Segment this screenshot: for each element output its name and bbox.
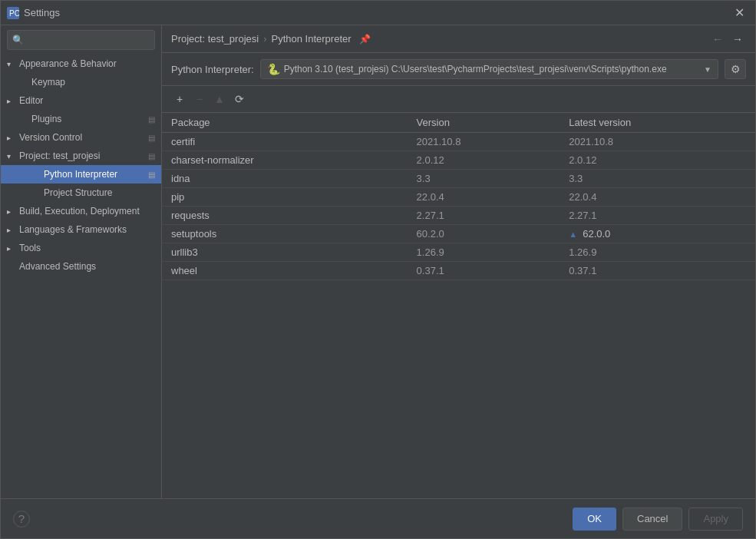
sidebar-item-editor[interactable]: ▸ Editor (1, 91, 161, 110)
plugins-icon: ▤ (148, 115, 155, 124)
package-version-cell: 3.3 (408, 170, 560, 188)
close-button[interactable]: ✕ (730, 5, 749, 21)
package-version-cell: 1.26.9 (408, 243, 560, 262)
nav-arrows: ← → (709, 31, 746, 47)
interpreter-settings-button[interactable]: ⚙ (725, 59, 746, 79)
package-version-cell: 60.2.0 (408, 225, 560, 243)
sidebar-item-label: Project Structure (44, 187, 112, 198)
packages-data-table: Package Version Latest version certifi20… (162, 113, 755, 280)
up-package-button[interactable]: ▲ (211, 91, 228, 107)
table-header-row: Package Version Latest version (162, 113, 755, 133)
package-latest-cell: ▲ 62.0.0 (560, 225, 755, 243)
expand-arrow-vc: ▸ (7, 134, 16, 142)
sidebar-item-python-interpreter[interactable]: Python Interpreter ▤ (1, 165, 161, 184)
interpreter-nav-icon: ▤ (148, 170, 155, 179)
python-icon: 🐍 (267, 63, 279, 75)
nav-forward-button[interactable]: → (729, 31, 746, 47)
sidebar-item-label: Editor (19, 95, 43, 106)
sidebar-item-label: Languages & Frameworks (19, 224, 127, 235)
sidebar-item-advanced-settings[interactable]: Advanced Settings (1, 257, 161, 276)
packages-toolbar: + − ▲ ⟳ (162, 86, 755, 113)
breadcrumb-bar: Project: test_projesi › Python Interpret… (162, 25, 755, 53)
expand-arrow-build: ▸ (7, 207, 16, 216)
apply-button[interactable]: Apply (688, 508, 743, 531)
cancel-button[interactable]: Cancel (622, 508, 682, 531)
vc-icon: ▤ (148, 134, 155, 142)
search-icon: 🔍 (12, 35, 24, 45)
sidebar-item-label: Build, Execution, Deployment (19, 206, 140, 217)
package-version-cell: 2.27.1 (408, 207, 560, 225)
sidebar-item-label: Tools (19, 243, 41, 253)
package-version-cell: 0.37.1 (408, 262, 560, 280)
project-icon: ▤ (148, 152, 155, 160)
nav-back-button[interactable]: ← (709, 31, 726, 47)
ok-button[interactable]: OK (573, 508, 616, 531)
package-latest-cell: 2021.10.8 (560, 133, 755, 151)
sidebar-item-label: Version Control (19, 132, 82, 143)
expand-arrow-lang: ▸ (7, 226, 16, 234)
sidebar-item-build-execution[interactable]: ▸ Build, Execution, Deployment (1, 202, 161, 220)
main-content: 🔍 ▾ Appearance & Behavior Keymap ▸ Edito… (1, 25, 755, 498)
sidebar-item-keymap[interactable]: Keymap (1, 73, 161, 91)
dropdown-arrow-icon: ▼ (704, 65, 711, 74)
sidebar-item-appearance-behavior[interactable]: ▾ Appearance & Behavior (1, 55, 161, 73)
upgrade-arrow-icon: ▲ (569, 230, 579, 239)
sidebar-item-tools[interactable]: ▸ Tools (1, 239, 161, 257)
expand-arrow-editor: ▸ (7, 97, 16, 105)
table-row[interactable]: requests2.27.12.27.1 (162, 207, 755, 225)
package-latest-cell: 22.0.4 (560, 188, 755, 207)
interpreter-label: Python Interpreter: (171, 64, 254, 75)
package-name-cell: wheel (162, 262, 408, 280)
sidebar-item-plugins[interactable]: Plugins ▤ (1, 110, 161, 128)
package-version-cell: 2021.10.8 (408, 133, 560, 151)
sidebar-item-label: Python Interpreter (44, 169, 117, 180)
sidebar-item-label: Plugins (31, 114, 61, 124)
package-version-cell: 22.0.4 (408, 188, 560, 207)
package-latest-cell: 2.27.1 (560, 207, 755, 225)
app-icon: PC (7, 7, 19, 19)
package-latest-cell: 0.37.1 (560, 262, 755, 280)
table-row[interactable]: certifi2021.10.82021.10.8 (162, 133, 755, 151)
package-name-cell: pip (162, 188, 408, 207)
sidebar-item-version-control[interactable]: ▸ Version Control ▤ (1, 128, 161, 147)
sidebar-item-languages-frameworks[interactable]: ▸ Languages & Frameworks (1, 220, 161, 239)
right-panel: Project: test_projesi › Python Interpret… (162, 25, 755, 498)
interpreter-dropdown-text: Python 3.10 (test_projesi) C:\Users\test… (284, 64, 701, 74)
sidebar-item-project[interactable]: ▾ Project: test_projesi ▤ (1, 147, 161, 165)
bottom-bar: ? OK Cancel Apply (1, 498, 755, 538)
svg-text:PC: PC (9, 9, 19, 18)
table-row[interactable]: idna3.33.3 (162, 170, 755, 188)
sidebar: 🔍 ▾ Appearance & Behavior Keymap ▸ Edito… (1, 25, 162, 498)
table-row[interactable]: pip22.0.422.0.4 (162, 188, 755, 207)
package-latest-cell: 1.26.9 (560, 243, 755, 262)
breadcrumb-separator: › (263, 33, 266, 45)
interpreter-dropdown[interactable]: 🐍 Python 3.10 (test_projesi) C:\Users\te… (260, 59, 718, 79)
remove-package-button[interactable]: − (191, 91, 208, 107)
search-box[interactable]: 🔍 (7, 30, 155, 50)
package-version-cell: 2.0.12 (408, 151, 560, 170)
sidebar-item-label: Advanced Settings (19, 261, 96, 272)
sidebar-item-label: Keymap (31, 77, 65, 88)
expand-arrow-project: ▾ (7, 152, 16, 160)
col-header-latest: Latest version (560, 113, 755, 133)
table-row[interactable]: setuptools60.2.0▲ 62.0.0 (162, 225, 755, 243)
table-row[interactable]: wheel0.37.10.37.1 (162, 262, 755, 280)
search-input[interactable] (27, 35, 150, 45)
reload-packages-button[interactable]: ⟳ (231, 91, 248, 107)
packages-table: Package Version Latest version certifi20… (162, 113, 755, 498)
breadcrumb-current: Python Interpreter (272, 33, 352, 45)
package-latest-cell: 3.3 (560, 170, 755, 188)
sidebar-item-project-structure[interactable]: Project Structure (1, 184, 161, 202)
table-row[interactable]: urllib31.26.91.26.9 (162, 243, 755, 262)
pin-icon[interactable]: 📌 (359, 34, 371, 45)
package-name-cell: idna (162, 170, 408, 188)
package-name-cell: charset-normalizer (162, 151, 408, 170)
title-bar: PC Settings ✕ (1, 1, 755, 25)
sidebar-item-label: Appearance & Behavior (19, 58, 117, 69)
settings-dialog: PC Settings ✕ 🔍 ▾ Appearance & Behavior … (0, 0, 756, 539)
help-button[interactable]: ? (13, 511, 30, 527)
package-latest-cell: 2.0.12 (560, 151, 755, 170)
package-name-cell: urllib3 (162, 243, 408, 262)
add-package-button[interactable]: + (171, 91, 188, 107)
table-row[interactable]: charset-normalizer2.0.122.0.12 (162, 151, 755, 170)
